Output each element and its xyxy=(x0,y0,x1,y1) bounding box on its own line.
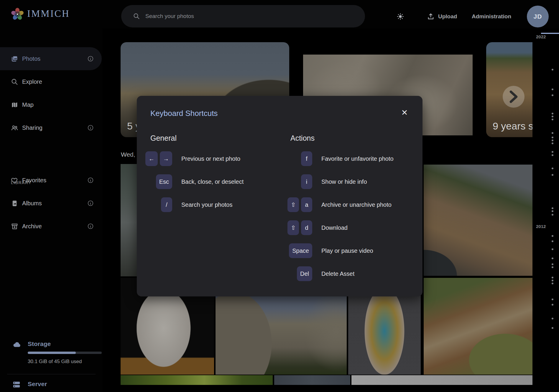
timeline-dot[interactable] xyxy=(552,142,553,144)
timeline-dot[interactable] xyxy=(552,210,553,212)
memory-next-button[interactable] xyxy=(503,86,525,108)
upload-icon xyxy=(427,13,435,20)
shortcut-row: ⇧dDownload xyxy=(277,216,422,239)
shortcut-description: Delete Asset xyxy=(321,270,354,277)
sidebar-item-favorites[interactable]: Favorites xyxy=(0,169,102,192)
search-icon xyxy=(133,13,140,20)
timeline-dot[interactable] xyxy=(552,277,553,278)
sidebar-item-label: Photos xyxy=(22,55,40,62)
user-avatar[interactable]: JD xyxy=(527,6,549,27)
photo-hazy-strip[interactable] xyxy=(274,375,350,385)
archive-icon xyxy=(11,223,18,230)
shortcut-row: ⇧aArchive or unarchive photo xyxy=(277,193,422,216)
date-group-header: Wed, xyxy=(121,151,137,158)
search-icon xyxy=(11,78,18,86)
timeline-dot[interactable] xyxy=(552,235,553,237)
server-title: Server xyxy=(28,380,47,388)
photo-grass-strip[interactable] xyxy=(121,375,273,385)
chevron-right-icon xyxy=(503,86,525,108)
shortcut-row: SpacePlay or pause video xyxy=(277,239,422,262)
sidebar-item-albums[interactable]: Albums xyxy=(0,192,102,215)
photo-lizard[interactable] xyxy=(424,278,532,375)
shortcut-description: Search your photos xyxy=(181,201,232,208)
sidebar-item-label: Explore xyxy=(22,78,42,85)
shortcut-description: Previous or next photo xyxy=(181,155,240,162)
sidebar-item-archive[interactable]: Archive xyxy=(0,215,102,238)
photo-beach-cliff[interactable] xyxy=(424,165,532,276)
photo-gray-strip[interactable] xyxy=(351,375,532,385)
timeline-dot[interactable] xyxy=(552,318,553,319)
timeline-dot[interactable] xyxy=(552,151,553,153)
modal-title: Keyboard Shortcuts xyxy=(150,109,218,118)
keycap: Space xyxy=(289,243,312,258)
upload-button[interactable]: Upload xyxy=(427,10,457,23)
theme-toggle-button[interactable] xyxy=(397,10,404,23)
administration-link[interactable]: Administration xyxy=(472,10,511,23)
timeline-year-2012[interactable]: 2012 xyxy=(536,224,557,229)
immich-logo-icon[interactable] xyxy=(11,7,24,21)
timeline-dot[interactable] xyxy=(552,119,553,120)
upload-label: Upload xyxy=(438,13,457,20)
timeline-dot[interactable] xyxy=(552,266,553,268)
timeline-dot[interactable] xyxy=(552,283,553,284)
sidebar-item-explore[interactable]: Explore xyxy=(0,70,102,93)
sidebar-item-map[interactable]: Map xyxy=(0,93,102,116)
timeline-dot[interactable] xyxy=(552,116,553,117)
albums-icon xyxy=(11,200,18,207)
shortcut-row: EscBack, close, or deselect xyxy=(137,170,277,193)
timeline-dot[interactable] xyxy=(552,88,553,90)
info-icon[interactable] xyxy=(87,223,94,229)
sidebar-item-label: Albums xyxy=(22,200,42,207)
timeline-dot[interactable] xyxy=(552,248,553,250)
immich-app: 5 y 9 years sin Wed, 2022 2012 xyxy=(0,0,559,392)
timeline-dot[interactable] xyxy=(552,280,553,281)
timeline-year-2022[interactable]: 2022 xyxy=(536,34,557,39)
search-input[interactable] xyxy=(145,13,356,19)
keycap: Del xyxy=(297,266,312,281)
timeline-dot[interactable] xyxy=(552,240,553,242)
info-icon[interactable] xyxy=(87,200,94,206)
memory-caption: 9 years sin xyxy=(493,120,532,132)
timeline-dot[interactable] xyxy=(552,257,553,259)
timeline-dot[interactable] xyxy=(552,140,553,141)
timeline-dot[interactable] xyxy=(552,69,553,70)
shortcut-row: fFavorite or unfavorite photo xyxy=(277,147,422,170)
keycap: i xyxy=(301,174,312,189)
shortcut-description: Archive or unarchive photo xyxy=(321,201,392,208)
timeline-dot[interactable] xyxy=(552,304,553,306)
cloud-icon xyxy=(11,340,22,349)
timeline-dot[interactable] xyxy=(552,174,553,176)
memory-card-canyon[interactable]: 9 years sin xyxy=(486,42,532,137)
timeline-dot[interactable] xyxy=(552,137,553,138)
timeline-dot[interactable] xyxy=(552,113,553,114)
section-heading: Actions xyxy=(290,134,422,142)
keyboard-shortcuts-modal: Keyboard Shortcuts ✕ General←→Previous o… xyxy=(137,96,422,296)
timeline-dot[interactable] xyxy=(552,327,553,329)
brand-wordmark: IMMICH xyxy=(27,8,70,19)
timeline-dot[interactable] xyxy=(552,94,553,96)
shortcut-description: Show or hide info xyxy=(321,178,367,185)
shortcut-row: DelDelete Asset xyxy=(277,262,422,285)
sidebar-item-label: Favorites xyxy=(22,177,46,184)
timeline-dot[interactable] xyxy=(552,154,553,156)
sidebar-item-photos[interactable]: Photos xyxy=(0,47,102,70)
close-icon[interactable]: ✕ xyxy=(399,108,410,118)
timeline-dot[interactable] xyxy=(552,263,553,265)
timeline-dot[interactable] xyxy=(552,168,553,169)
map-icon xyxy=(11,101,18,109)
timeline-dot[interactable] xyxy=(552,132,553,134)
info-icon[interactable] xyxy=(87,124,94,131)
sidebar-item-label: Sharing xyxy=(22,124,42,131)
timeline-dot[interactable] xyxy=(552,298,553,300)
sidebar-item-sharing[interactable]: Sharing xyxy=(0,116,102,139)
info-icon[interactable] xyxy=(87,55,94,62)
timeline-dot[interactable] xyxy=(552,207,553,209)
keycap: ⇧ xyxy=(287,220,299,235)
search-bar[interactable] xyxy=(121,5,365,27)
timeline-dot[interactable] xyxy=(552,214,553,216)
timeline-position-indicator[interactable] xyxy=(541,33,559,34)
sidebar: PhotosExploreMapSharing LIBRARY Favorite… xyxy=(0,29,102,392)
server-icon xyxy=(12,380,21,389)
info-icon[interactable] xyxy=(87,177,94,183)
keycap: / xyxy=(161,197,172,212)
